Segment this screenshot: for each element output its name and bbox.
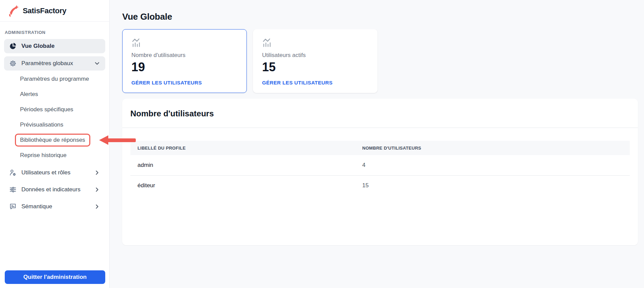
satisfactory-logo-icon — [7, 5, 19, 17]
manage-users-link[interactable]: GÉRER LES UTILISATEURS — [262, 80, 333, 85]
column-header-nombre: NOMBRE D'UTILISATEURS — [362, 141, 630, 155]
profile-label-cell: admin — [130, 155, 362, 175]
chat-bubble-icon — [9, 203, 17, 211]
user-gear-icon — [9, 169, 17, 177]
chart-trend-icon — [262, 38, 272, 48]
table-row: éditeur 15 — [130, 175, 630, 196]
manage-users-link[interactable]: GÉRER LES UTILISATEURS — [131, 80, 202, 85]
sub-item-label: Alertes — [20, 91, 38, 98]
profile-label-cell: éditeur — [130, 175, 362, 196]
brand-name: SatisFactory — [23, 6, 66, 15]
sidebar-item-label: Paramètres globaux — [21, 60, 89, 67]
sidebar-subitem-previsualisations[interactable]: Prévisualisations — [4, 117, 105, 132]
sidebar-nav: Vue Globale Paramètres globaux Para — [0, 39, 109, 214]
sidebar-item-utilisateurs-et-roles[interactable]: Utilisateurs et rôles — [4, 166, 105, 180]
chart-trend-icon — [131, 38, 142, 48]
chevron-right-icon — [94, 169, 100, 176]
table-row: admin 4 — [130, 155, 630, 175]
sub-item-label: Périodes spécifiques — [20, 106, 73, 113]
sidebar-subitem-alertes[interactable]: Alertes — [4, 87, 105, 102]
sub-item-label: Reprise historique — [20, 152, 67, 159]
sidebar-item-label: Sémantique — [21, 203, 89, 210]
arrow-shaft — [108, 138, 136, 142]
sidebar-item-label: Données et indicateurs — [21, 186, 89, 193]
sidebar-item-semantique[interactable]: Sémantique — [4, 199, 105, 214]
sub-item-label: Paramètres du programme — [20, 76, 89, 82]
page-title: Vue Globale — [122, 12, 638, 22]
chevron-right-icon — [94, 203, 100, 210]
sidebar-footer: Quitter l'administration — [5, 270, 105, 284]
users-count-panel: Nombre d'utilisateurs LIBELLÉ DU PROFILE… — [122, 99, 638, 245]
sidebar-item-vue-globale[interactable]: Vue Globale — [4, 39, 105, 53]
stat-card-label: Nombre d'utilisateurs — [131, 52, 238, 59]
sidebar-item-donnees-et-indicateurs[interactable]: Données et indicateurs — [4, 183, 105, 197]
sidebar-subitem-parametres-du-programme[interactable]: Paramètres du programme — [4, 71, 105, 87]
gear-icon — [9, 59, 17, 68]
stat-card-utilisateurs-actifs[interactable]: Utilisateurs actifs 15 GÉRER LES UTILISA… — [253, 29, 378, 93]
sub-item-label: Bibliothèque de réponses — [20, 137, 85, 143]
stat-card-value: 15 — [262, 61, 368, 74]
sidebar-item-label: Utilisateurs et rôles — [21, 169, 89, 176]
stat-card-value: 19 — [131, 61, 238, 74]
user-count-cell: 4 — [362, 155, 630, 175]
user-count-cell: 15 — [362, 175, 630, 196]
arrow-head-icon — [99, 135, 108, 145]
brand-header: SatisFactory — [0, 0, 109, 22]
pie-chart-icon — [9, 42, 17, 50]
column-header-libelle: LIBELLÉ DU PROFILE — [130, 141, 362, 155]
chevron-down-icon — [94, 60, 100, 67]
panel-title: Nombre d'utilisateurs — [122, 99, 638, 118]
stat-card-nombre-utilisateurs[interactable]: Nombre d'utilisateurs 19 GÉRER LES UTILI… — [122, 29, 247, 93]
sliders-icon — [9, 186, 17, 194]
sidebar-item-label: Vue Globale — [21, 43, 100, 50]
sidebar-subitem-bibliotheque-de-reponses[interactable]: Bibliothèque de réponses — [4, 132, 105, 148]
chevron-right-icon — [94, 186, 100, 193]
exit-admin-button[interactable]: Quitter l'administration — [5, 270, 105, 284]
annotation-arrow — [99, 135, 136, 145]
main-content: Vue Globale Nombre d'utilisateurs 19 GÉR… — [110, 0, 644, 288]
stat-cards-row: Nombre d'utilisateurs 19 GÉRER LES UTILI… — [122, 29, 638, 93]
sidebar-subitem-periodes-specifiques[interactable]: Périodes spécifiques — [4, 102, 105, 117]
sidebar-item-parametres-globaux[interactable]: Paramètres globaux — [4, 56, 105, 71]
sidebar-subitem-reprise-historique[interactable]: Reprise historique — [4, 148, 105, 163]
users-table: LIBELLÉ DU PROFILE NOMBRE D'UTILISATEURS… — [130, 141, 630, 196]
users-table-wrap: LIBELLÉ DU PROFILE NOMBRE D'UTILISATEURS… — [122, 128, 638, 196]
app-root: SatisFactory ADMINISTRATION Vue Globale — [0, 0, 644, 288]
sub-item-label: Prévisualisations — [20, 121, 63, 128]
annotation-highlight-box: Bibliothèque de réponses — [15, 134, 90, 147]
parametres-globaux-submenu: Paramètres du programme Alertes Périodes… — [4, 71, 105, 163]
sidebar-section-label: ADMINISTRATION — [5, 30, 109, 35]
sidebar: SatisFactory ADMINISTRATION Vue Globale — [0, 0, 110, 288]
table-header-row: LIBELLÉ DU PROFILE NOMBRE D'UTILISATEURS — [130, 141, 630, 155]
stat-card-label: Utilisateurs actifs — [262, 52, 368, 59]
